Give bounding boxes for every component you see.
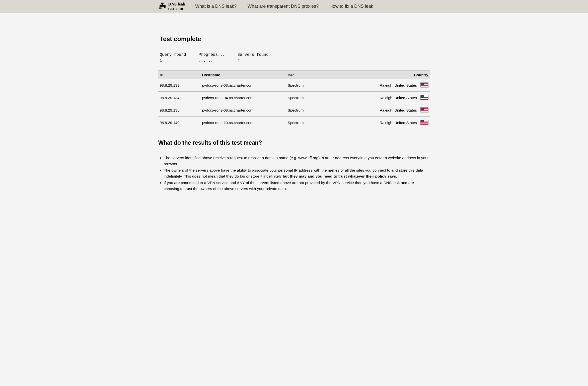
cell-ip: 98.8.29.140 <box>158 116 201 129</box>
cell-flag <box>419 116 430 129</box>
cell-hostname: pvdcco-rdns-04.ns.charter.com. <box>201 91 286 104</box>
test-status: Query round 1 Progress... ...... Servers… <box>158 53 430 63</box>
site-header: DNS leak test.com What is a DNS leak? Wh… <box>0 0 588 13</box>
explain-item: The owners of the servers above have the… <box>164 167 430 179</box>
header-ip: IP <box>158 70 201 79</box>
results-table: IP Hostname ISP Country 98.8.29.133pvdcc… <box>158 70 430 129</box>
cell-hostname: pvdcco-rdns-03.ns.charter.com. <box>201 79 286 91</box>
us-flag-icon <box>420 107 428 112</box>
cell-flag <box>419 79 430 91</box>
svg-rect-6 <box>159 7 162 8</box>
us-flag-icon <box>420 82 428 87</box>
table-row: 98.8.29.138pvdcco-rdns-08.ns.charter.com… <box>158 104 430 116</box>
cell-ip: 98.8.29.134 <box>158 91 201 104</box>
logo-text: DNS leak test.com <box>168 2 185 11</box>
table-row: 98.8.29.134pvdcco-rdns-04.ns.charter.com… <box>158 91 430 104</box>
us-flag-icon <box>420 95 428 100</box>
nav-how-to-fix[interactable]: How to fix a DNS leak <box>330 4 373 9</box>
main-nav: What is a DNS leak? What are transparent… <box>195 4 373 9</box>
cell-country: Raleigh, United States <box>356 91 419 104</box>
cell-flag <box>419 91 430 104</box>
cell-flag <box>419 104 430 116</box>
nav-what-is-dns-leak[interactable]: What is a DNS leak? <box>195 4 236 9</box>
status-progress: Progress... ...... <box>199 53 226 63</box>
cell-hostname: pvdcco-rdns-10.ns.charter.com. <box>201 116 286 129</box>
status-query-round: Query round 1 <box>160 53 187 63</box>
svg-rect-5 <box>164 5 166 8</box>
cell-isp: Spectrum <box>286 91 356 104</box>
cell-country: Raleigh, United States <box>356 104 419 116</box>
page-title: Test complete <box>158 35 430 43</box>
status-servers-found: Servers found 4 <box>237 53 269 63</box>
cell-country: Raleigh, United States <box>356 79 419 91</box>
table-row: 98.8.29.133pvdcco-rdns-03.ns.charter.com… <box>158 79 430 91</box>
faucet-icon <box>158 2 167 11</box>
cell-country: Raleigh, United States <box>356 116 419 129</box>
explain-title: What do the results of this test mean? <box>158 139 430 146</box>
header-country: Country <box>356 70 430 79</box>
explain-item: If you are connected to a VPN service an… <box>164 180 430 192</box>
main-content: Test complete Query round 1 Progress... … <box>156 13 432 202</box>
header-hostname: Hostname <box>201 70 286 79</box>
cell-isp: Spectrum <box>286 104 356 116</box>
table-row: 98.8.29.140pvdcco-rdns-10.ns.charter.com… <box>158 116 430 129</box>
cell-isp: Spectrum <box>286 116 356 129</box>
explain-item: The servers identified above receive a r… <box>164 155 430 167</box>
site-logo[interactable]: DNS leak test.com <box>158 2 185 11</box>
cell-ip: 98.8.29.133 <box>158 79 201 91</box>
cell-ip: 98.8.29.138 <box>158 104 201 116</box>
cell-hostname: pvdcco-rdns-08.ns.charter.com. <box>201 104 286 116</box>
explain-list: The servers identified above receive a r… <box>158 155 430 192</box>
us-flag-icon <box>420 120 428 125</box>
nav-transparent-proxies[interactable]: What are transparent DNS proxies? <box>248 4 319 9</box>
cell-isp: Spectrum <box>286 79 356 91</box>
header-isp: ISP <box>286 70 356 79</box>
